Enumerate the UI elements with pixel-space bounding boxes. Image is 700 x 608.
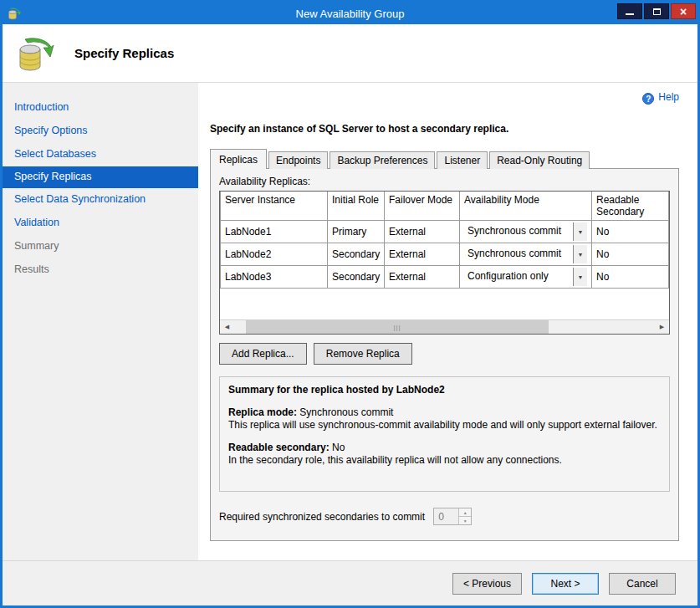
- cell-server-instance: LabNode3: [221, 266, 328, 289]
- minimize-button[interactable]: [617, 3, 642, 19]
- cell-failover-mode: External: [385, 266, 460, 289]
- column-header-server-instance: Server Instance: [221, 192, 328, 221]
- tab-endpoints[interactable]: Endpoints: [268, 151, 328, 169]
- chevron-down-icon[interactable]: ▼: [573, 268, 587, 286]
- tabstrip: Replicas Endpoints Backup Preferences Li…: [210, 148, 679, 168]
- cell-server-instance: LabNode1: [221, 221, 328, 243]
- summary-title: Summary for the replica hosted by LabNod…: [228, 384, 661, 396]
- page-title: Specify Replicas: [74, 46, 174, 60]
- close-button[interactable]: ×: [671, 3, 696, 19]
- sidebar-item-results: Results: [3, 258, 198, 282]
- cell-readable-secondary: No: [592, 266, 669, 289]
- availability-replicas-label: Availability Replicas:: [219, 176, 670, 187]
- sidebar-item-specify-replicas[interactable]: Specify Replicas: [3, 166, 198, 188]
- horizontal-scrollbar[interactable]: ◀ ||| ▶: [220, 319, 669, 334]
- availability-mode-dropdown[interactable]: Configuration only ▼: [464, 268, 587, 286]
- replica-mode-label: Replica mode:: [228, 406, 297, 418]
- scroll-left-icon[interactable]: ◀: [220, 320, 234, 334]
- cell-failover-mode: External: [385, 243, 460, 266]
- grid-actions: Add Replica... Remove Replica: [219, 343, 670, 365]
- spin-down-icon: ▼: [459, 517, 471, 524]
- spin-up-icon: ▲: [459, 508, 471, 517]
- readable-secondary-value: No: [330, 442, 345, 453]
- sidebar-item-summary: Summary: [3, 235, 198, 258]
- column-header-availability-mode: Availability Mode: [460, 192, 592, 221]
- new-availability-group-dialog: New Availability Group × Specify Replica…: [0, 0, 700, 608]
- cell-initial-role: Primary: [328, 221, 385, 243]
- chevron-down-icon[interactable]: ▼: [573, 245, 587, 263]
- close-icon: ×: [680, 5, 687, 18]
- wizard-steps-sidebar: Introduction Specify Options Select Data…: [3, 83, 198, 560]
- replicas-tab-panel: Availability Replicas: Server Instance I…: [210, 168, 679, 541]
- app-icon: [8, 7, 21, 20]
- replica-mode-value: Synchronous commit: [297, 406, 393, 418]
- wizard-footer: < Previous Next > Cancel: [3, 560, 697, 605]
- sidebar-item-introduction[interactable]: Introduction: [3, 96, 198, 120]
- window-controls: ×: [616, 3, 696, 19]
- cancel-button[interactable]: Cancel: [609, 573, 676, 595]
- replica-row: LabNode3 Secondary External Configuratio…: [221, 266, 669, 289]
- instruction-text: Specify an instance of SQL Server to hos…: [210, 123, 679, 135]
- required-secondaries-stepper: 0 ▲ ▼: [433, 508, 472, 525]
- required-secondaries-row: Required synchronized secondaries to com…: [219, 508, 670, 525]
- replica-mode-line: Replica mode: Synchronous commit: [228, 406, 661, 418]
- tab-replicas[interactable]: Replicas: [210, 149, 267, 169]
- readable-secondary-description: In the secondary role, this availability…: [228, 454, 661, 466]
- readable-secondary-label: Readable secondary:: [228, 442, 330, 453]
- wizard-header: Specify Replicas: [3, 24, 697, 83]
- scrollbar-thumb[interactable]: |||: [246, 320, 549, 334]
- grid-header-row: Server Instance Initial Role Failover Mo…: [221, 192, 669, 221]
- required-secondaries-label: Required synchronized secondaries to com…: [219, 511, 425, 523]
- scroll-right-icon[interactable]: ▶: [655, 320, 669, 334]
- replicas-grid: Server Instance Initial Role Failover Mo…: [219, 191, 670, 335]
- availability-mode-dropdown[interactable]: Synchronous commit ▼: [464, 222, 587, 241]
- cell-initial-role: Secondary: [328, 243, 385, 266]
- readable-secondary-line: Readable secondary: No: [228, 442, 661, 453]
- window-title: New Availability Group: [3, 8, 697, 20]
- cell-failover-mode: External: [385, 221, 460, 243]
- cell-initial-role: Secondary: [328, 266, 385, 289]
- minimize-icon: [626, 13, 634, 15]
- maximize-button[interactable]: [644, 3, 669, 19]
- replica-row: LabNode2 Secondary External Synchronous …: [221, 243, 669, 266]
- scrollbar-track[interactable]: |||: [234, 320, 655, 334]
- add-replica-button[interactable]: Add Replica...: [219, 343, 307, 365]
- column-header-failover-mode: Failover Mode: [385, 192, 460, 221]
- main-content: ?Help Specify an instance of SQL Server …: [198, 83, 697, 560]
- tab-read-only-routing[interactable]: Read-Only Routing: [489, 151, 590, 169]
- help-icon: ?: [642, 93, 654, 105]
- tab-listener[interactable]: Listener: [437, 151, 488, 169]
- cell-readable-secondary: No: [592, 221, 669, 243]
- required-secondaries-value: 0: [434, 508, 458, 524]
- chevron-down-icon[interactable]: ▼: [573, 222, 587, 241]
- column-header-initial-role: Initial Role: [328, 192, 385, 221]
- replica-mode-description: This replica will use synchronous-commit…: [228, 419, 661, 431]
- replica-row: LabNode1 Primary External Synchronous co…: [221, 221, 669, 243]
- sidebar-item-select-data-synchronization[interactable]: Select Data Synchronization: [3, 188, 198, 212]
- next-button[interactable]: Next >: [532, 573, 599, 595]
- tab-backup-preferences[interactable]: Backup Preferences: [330, 151, 435, 169]
- sidebar-item-select-databases[interactable]: Select Databases: [3, 143, 198, 166]
- previous-button[interactable]: < Previous: [452, 573, 522, 595]
- cell-availability-mode: Configuration only ▼: [460, 266, 592, 289]
- remove-replica-button[interactable]: Remove Replica: [314, 343, 412, 365]
- availability-mode-dropdown[interactable]: Synchronous commit ▼: [464, 245, 587, 263]
- dialog-body: Introduction Specify Options Select Data…: [3, 83, 697, 560]
- sidebar-item-validation[interactable]: Validation: [3, 212, 198, 235]
- replica-summary-box: Summary for the replica hosted by LabNod…: [219, 376, 670, 492]
- column-header-readable-secondary: Readable Secondary: [592, 192, 669, 221]
- maximize-icon: [653, 8, 661, 15]
- cell-readable-secondary: No: [592, 243, 669, 266]
- availability-group-icon: [16, 34, 54, 73]
- stepper-buttons: ▲ ▼: [458, 508, 471, 524]
- cell-availability-mode: Synchronous commit ▼: [460, 221, 592, 243]
- cell-server-instance: LabNode2: [221, 243, 328, 266]
- sidebar-item-specify-options[interactable]: Specify Options: [3, 120, 198, 143]
- help-label: Help: [658, 91, 679, 103]
- help-link[interactable]: ?Help: [210, 91, 679, 105]
- cell-availability-mode: Synchronous commit ▼: [460, 243, 592, 266]
- titlebar: New Availability Group ×: [3, 3, 697, 24]
